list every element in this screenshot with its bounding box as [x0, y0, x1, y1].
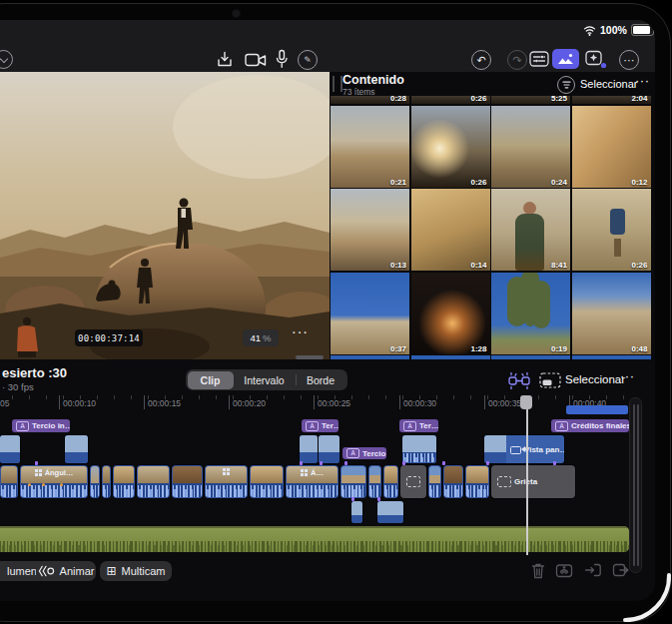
timeline-clip[interactable]	[172, 465, 203, 498]
title-clip[interactable]: ATer…	[302, 419, 338, 432]
title-clip-label: Créditos finales	[571, 421, 629, 430]
ipad-device-frame: 100% ✎ ↶ ↷ ⋯	[0, 0, 672, 624]
timeline-clip[interactable]: Grieta	[491, 465, 575, 498]
title-clip-label: Tercio…	[362, 449, 386, 458]
timeline-clip[interactable]	[137, 465, 170, 498]
clip-audio-waveform	[287, 483, 337, 497]
title-badge-icon: A	[403, 421, 416, 431]
timeline-clip[interactable]	[383, 465, 398, 498]
clip-audio-waveform	[384, 483, 397, 497]
timeline-clip[interactable]	[102, 465, 111, 498]
timeline-scrollbar[interactable]	[629, 397, 642, 573]
clip-info-row	[400, 465, 426, 498]
title-badge-icon: A	[346, 448, 359, 458]
clip-audio-waveform	[114, 483, 134, 497]
timeline-clip[interactable]	[113, 465, 135, 498]
front-camera	[232, 9, 241, 18]
connected-clip[interactable]	[0, 435, 20, 463]
clip-connector-stub	[344, 461, 347, 465]
clip-info-row	[205, 468, 248, 475]
timeline-clip[interactable]	[0, 465, 18, 498]
clip-thumbnail	[1, 466, 17, 483]
clip-thumbnail	[466, 466, 488, 483]
insert-icon	[584, 562, 602, 578]
timeline-clip[interactable]	[205, 465, 248, 498]
clip-connector-stub	[300, 461, 303, 465]
clip-thumbnail	[351, 501, 362, 523]
volume-label: lumen	[7, 565, 37, 577]
timeline-tracks: ATercio in… ATer… ATer… ACréditos finale…	[0, 20, 655, 601]
clip-label: Ángul…	[45, 468, 74, 477]
delete-button[interactable]	[530, 562, 546, 579]
timeline-clip[interactable]	[250, 465, 284, 498]
clip-thumbnail	[341, 466, 365, 483]
clip-thumbnail	[377, 501, 403, 523]
clip-info-row: Ángul…	[20, 468, 88, 477]
timeline-clip[interactable]	[340, 465, 366, 498]
clip-audio-waveform	[403, 452, 435, 462]
clip-connector-stub	[442, 461, 445, 465]
playhead-line	[526, 397, 528, 555]
insert-clip-button[interactable]	[584, 562, 602, 578]
clip-thumbnail	[444, 466, 462, 483]
timeline-clip[interactable]	[368, 465, 381, 498]
clip-connector-stub	[553, 461, 556, 465]
clip-label: Á…	[311, 468, 324, 477]
keyframe-dot	[60, 483, 63, 486]
title-clip[interactable]: ATercio in…	[12, 419, 70, 432]
clip-audio-waveform	[1, 483, 17, 497]
timeline-clip[interactable]: Á…	[286, 465, 338, 498]
timeline-clip[interactable]	[428, 465, 441, 498]
connected-clip[interactable]: Vista pan…	[484, 435, 564, 463]
timeline-clip[interactable]	[90, 465, 100, 498]
clip-connector-stub	[377, 497, 380, 501]
clip-info-row: Á…	[286, 468, 338, 477]
trash-icon	[530, 562, 546, 579]
clip-thumbnail	[114, 466, 134, 483]
clip-thumbnail	[319, 435, 339, 463]
title-clip-label: Ter…	[322, 421, 338, 430]
connected-clip[interactable]	[377, 501, 403, 523]
title-clip[interactable]: ACréditos finales	[551, 419, 629, 432]
clip-audio-waveform	[429, 483, 440, 497]
clip-info-row: Grieta	[491, 465, 575, 498]
multicam-label: Multicam	[122, 565, 166, 577]
timeline-clip[interactable]	[465, 465, 489, 498]
clip-audio-waveform	[91, 483, 99, 497]
connected-clip[interactable]	[65, 435, 88, 463]
connected-clip[interactable]	[402, 435, 436, 463]
clip-info-row: Vista pan…	[510, 445, 564, 454]
title-clip-label: Tercio in…	[32, 421, 70, 430]
timeline-clip[interactable]	[443, 465, 463, 498]
clip-connector-stub	[402, 461, 405, 465]
clip-thumbnail	[484, 435, 506, 463]
connected-clip[interactable]	[351, 501, 362, 523]
clip-thumbnail	[300, 435, 318, 463]
clip-audio-waveform	[21, 483, 87, 497]
multicam-icon	[301, 469, 308, 476]
connected-clip[interactable]	[300, 435, 318, 463]
clip-connector-stub	[351, 497, 354, 501]
app-screen: 100% ✎ ↶ ↷ ⋯	[0, 20, 655, 601]
split-clip-button[interactable]	[555, 562, 574, 578]
clip-thumbnail	[369, 466, 380, 483]
multicam-icon	[35, 469, 42, 476]
music-audio-clip[interactable]	[0, 526, 629, 552]
clip-audio-waveform	[206, 483, 247, 497]
append-clip-button[interactable]	[612, 562, 630, 578]
clip-audio-waveform	[103, 483, 110, 497]
title-badge-icon: A	[555, 421, 568, 431]
timeline-clip[interactable]: Ángul…	[20, 465, 88, 498]
clip-audio-waveform	[138, 483, 169, 497]
timeline-clip[interactable]	[400, 465, 426, 498]
clip-audio-waveform	[251, 483, 283, 497]
animate-button[interactable]: Animar	[36, 561, 96, 581]
title-clip[interactable]: ATercio…	[342, 447, 386, 459]
animate-label: Animar	[60, 565, 95, 577]
playhead-handle[interactable]	[520, 395, 532, 409]
connected-clip[interactable]	[319, 435, 339, 463]
placeholder-icon	[406, 476, 420, 487]
camera-icon	[510, 446, 521, 454]
title-clip[interactable]: ATer…	[399, 419, 438, 432]
multicam-button[interactable]: ⊞ Multicam	[100, 561, 172, 581]
